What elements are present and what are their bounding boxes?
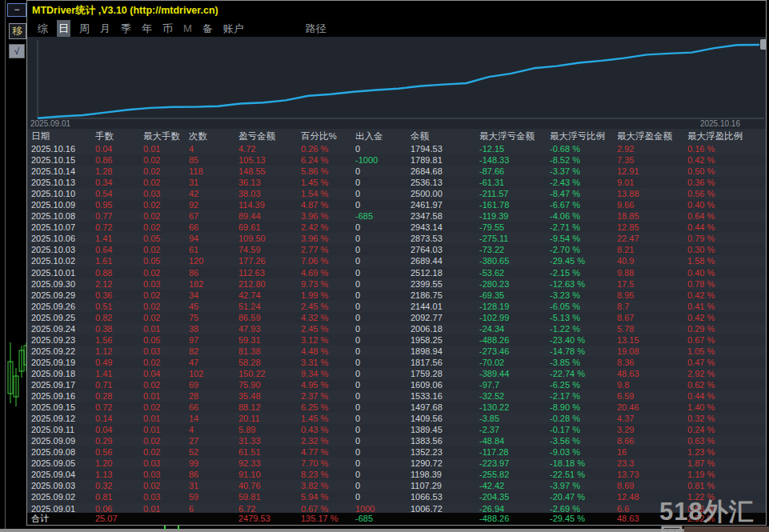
- cell-date: 2025.09.22: [31, 346, 95, 357]
- cell-pnl: 42.74: [238, 290, 301, 301]
- cell-count: 118: [189, 166, 238, 177]
- cell-lots: 0.56: [95, 446, 143, 458]
- cell-pnl: 58.28: [238, 357, 301, 368]
- cell-max-lots: 0.02: [143, 480, 189, 491]
- cell-pnl: 114.39: [238, 199, 301, 210]
- cell-pct: 6.25 %: [301, 402, 355, 413]
- table-row: 2025.09.170.710.026975.904.95 %01609.06-…: [27, 379, 766, 390]
- cell-count: 4: [189, 143, 238, 154]
- cell-balance: 2512.18: [411, 267, 479, 278]
- cell-max-float-profit-ratio: 0.41 %: [687, 301, 766, 312]
- cell-pct: 3.82 %: [301, 480, 355, 491]
- cell-balance: 2684.68: [411, 166, 479, 177]
- cell-max-float-profit: 3.29: [617, 424, 687, 435]
- menu-item-4[interactable]: 月: [98, 20, 112, 37]
- cell-max-float-loss: -42.42: [479, 480, 550, 491]
- total-pct: 135.17 %: [301, 513, 355, 525]
- chart-start-date-label: 2025.09.01: [30, 119, 70, 128]
- table-row: 2025.10.021.610.05120177.267.06 %02689.4…: [27, 255, 766, 266]
- cell-max-float-loss: -211.57: [479, 188, 550, 199]
- menu-item-1[interactable]: 综: [36, 20, 50, 37]
- cell-pnl: 40.76: [238, 480, 301, 491]
- total-label: 合计: [31, 513, 95, 525]
- window-bottom-edge: [0, 529, 769, 532]
- cell-max-float-profit: 12.85: [617, 222, 687, 233]
- menu-item-2[interactable]: 日: [57, 20, 70, 37]
- menu-item-5[interactable]: 季: [119, 20, 133, 37]
- menu-item-3[interactable]: 周: [78, 20, 91, 37]
- cell-max-float-loss: -161.78: [479, 199, 550, 210]
- cell-pct: 9.73 %: [301, 278, 355, 290]
- table-total-row: 合计25.072479.53135.17 %-685-488.26-29.45 …: [27, 513, 766, 525]
- cell-max-lots: 0.01: [143, 390, 189, 402]
- cell-pct: 7.06 %: [301, 255, 355, 266]
- cell-max-lots: 0.02: [143, 435, 189, 446]
- cell-max-float-profit-ratio: 0.42 %: [687, 154, 766, 166]
- cell-max-float-profit-ratio: 0.42 %: [687, 312, 766, 323]
- chart-scroll-handle[interactable]: [760, 39, 766, 50]
- cell-date: 2025.10.07: [31, 222, 95, 233]
- cell-max-lots: 0.01: [143, 413, 189, 424]
- cell-max-float-profit: 8.67: [617, 312, 687, 323]
- cell-count: 92: [189, 199, 238, 210]
- cell-lots: 2.12: [95, 278, 143, 290]
- menu-item-8[interactable]: M: [182, 20, 194, 37]
- cell-in-out: 0: [355, 222, 411, 233]
- cell-max-float-loss-ratio: -2.17 %: [550, 390, 617, 402]
- cell-max-float-loss: -275.11: [479, 233, 550, 244]
- cell-max-float-profit-ratio: 0.62 %: [687, 379, 766, 390]
- cell-date: 2025.10.09: [31, 199, 95, 210]
- cell-lots: 0.81: [95, 491, 143, 502]
- cell-balance: 1794.53: [411, 143, 479, 154]
- cell-max-float-profit-ratio: 0.44 %: [687, 222, 766, 233]
- table-row: 2025.09.260.510.024551.242.45 %02144.01-…: [27, 301, 766, 312]
- table-row: 2025.10.141.280.02118148.555.86 %02684.6…: [27, 166, 766, 177]
- table-body: 2025.10.160.040.0144.720.26 %01794.53-12…: [27, 143, 766, 514]
- move-panel-button[interactable]: 移: [9, 23, 26, 39]
- confirm-check-button[interactable]: √: [9, 44, 25, 58]
- menu-item-9[interactable]: 备: [201, 20, 214, 37]
- menu-item-11[interactable]: 路径: [304, 20, 328, 37]
- cell-pnl: 177.26: [238, 255, 301, 266]
- cell-balance: 2943.14: [411, 222, 479, 233]
- cell-max-float-profit-ratio: 0.24 %: [687, 424, 766, 435]
- cell-count: 38: [189, 323, 238, 334]
- cell-count: 31: [189, 480, 238, 491]
- cell-date: 2025.09.19: [31, 357, 95, 368]
- cell-pnl: 75.90: [238, 379, 301, 390]
- cell-pnl: 61.51: [238, 446, 301, 458]
- cell-max-float-loss: -119.39: [479, 210, 550, 222]
- cell-in-out: -685: [355, 210, 411, 222]
- cell-balance: 2399.55: [411, 278, 479, 290]
- cell-max-float-profit: 8.7: [617, 301, 687, 312]
- cell-balance: 1198.39: [411, 469, 479, 480]
- cell-max-float-loss-ratio: -9.54 %: [550, 233, 617, 244]
- cell-max-float-profit-ratio: 0.81 %: [687, 480, 766, 491]
- column-header-count: 次数: [189, 129, 238, 143]
- cell-in-out: 0: [355, 188, 411, 199]
- menu-item-6[interactable]: 年: [140, 20, 154, 37]
- equity-curve-line: [38, 45, 759, 118]
- cell-count: 52: [189, 446, 238, 458]
- cell-max-float-loss: -389.44: [479, 368, 550, 379]
- cell-balance: 1789.81: [411, 154, 479, 166]
- menu-item-10[interactable]: 账户: [222, 20, 246, 37]
- cell-pnl: 35.48: [238, 390, 301, 402]
- cell-lots: 0.95: [95, 199, 143, 210]
- cell-max-float-profit-ratio: 1.19 %: [687, 469, 766, 480]
- cell-max-float-profit-ratio: 0.63 %: [687, 435, 766, 446]
- cell-max-lots: 0.01: [143, 424, 189, 435]
- cell-in-out: 0: [355, 413, 411, 424]
- cell-max-lots: 0.02: [143, 267, 189, 278]
- total-max-float-loss: -488.26: [479, 513, 550, 525]
- cell-max-lots: 0.02: [143, 154, 189, 166]
- cell-balance: 1107.29: [411, 480, 479, 491]
- cell-pnl: 59.81: [238, 491, 301, 502]
- cell-pct: 4.32 %: [301, 312, 355, 323]
- minimize-button[interactable]: −: [7, 3, 26, 17]
- menu-item-7[interactable]: 币: [161, 20, 174, 37]
- cell-balance: 2186.75: [411, 290, 479, 301]
- cell-count: 85: [189, 154, 238, 166]
- cell-in-out: 0: [355, 290, 411, 301]
- cell-max-float-loss-ratio: -3.85 %: [550, 357, 617, 368]
